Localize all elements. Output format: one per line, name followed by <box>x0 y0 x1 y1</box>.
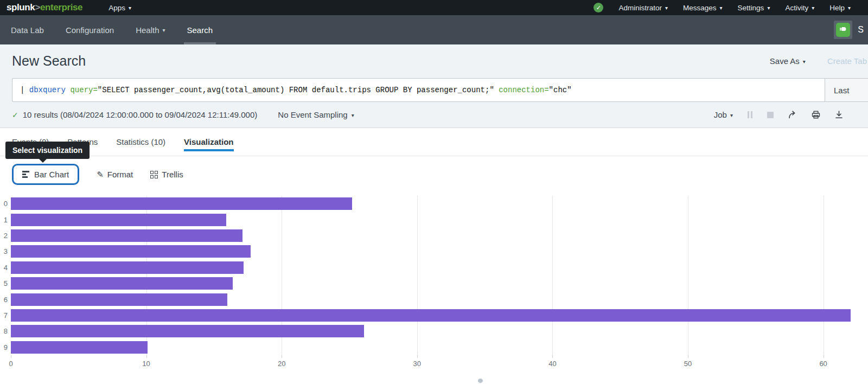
caret-down-icon: ▾ <box>730 113 733 118</box>
axis-tick <box>11 355 11 358</box>
tab-visualization[interactable]: Visualization <box>184 128 233 156</box>
pencil-icon: ✎ <box>97 170 104 180</box>
time-range-picker[interactable]: Last <box>825 79 868 101</box>
bar-row: 8 <box>11 323 868 339</box>
messages-menu[interactable]: Messages ▾ <box>683 4 723 12</box>
y-tick-label: 5 <box>0 279 8 287</box>
topbar-right-menus: ✓ Administrator ▾ Messages ▾ Settings ▾ … <box>593 3 851 12</box>
y-tick-label: 7 <box>0 311 8 319</box>
event-sampling-label: No Event Sampling <box>278 110 347 119</box>
bar[interactable] <box>11 341 148 354</box>
result-tabs: Events (0) Patterns Statistics (10) Visu… <box>0 128 868 156</box>
caret-down-icon: ▾ <box>803 59 806 65</box>
db-connect-plug-icon <box>836 23 850 37</box>
top-bar: splunk>enterprise Apps ▾ ✓ Administrator… <box>0 0 868 15</box>
format-button[interactable]: ✎ Format <box>97 170 133 180</box>
apps-menu[interactable]: Apps ▾ <box>108 4 131 12</box>
format-label: Format <box>107 170 133 179</box>
bar[interactable] <box>11 214 226 226</box>
check-icon: ✓ <box>596 4 601 11</box>
bar[interactable] <box>11 293 227 306</box>
app-icon-box[interactable] <box>834 21 852 39</box>
query-space <box>66 86 70 94</box>
apps-menu-label: Apps <box>108 4 125 12</box>
y-tick-label: 0 <box>0 200 8 208</box>
chart-type-picker-button[interactable]: Bar Chart <box>12 164 79 185</box>
nav-item-data-lab[interactable]: Data Lab <box>11 15 44 44</box>
x-tick-label: 20 <box>278 360 285 368</box>
page-title: New Search <box>12 53 86 69</box>
job-menu[interactable]: Job ▾ <box>714 110 733 119</box>
bar[interactable] <box>11 197 352 210</box>
search-bar: | dbxquery query="SELECT passenger_count… <box>12 78 868 102</box>
chart-type-label: Bar Chart <box>34 170 69 179</box>
y-tick-label: 2 <box>0 232 8 240</box>
y-tick-label: 9 <box>0 343 8 351</box>
scroll-indicator-dot[interactable] <box>478 379 483 383</box>
time-range-label-clipped: Last <box>834 86 849 95</box>
query-space <box>494 86 499 94</box>
trellis-button[interactable]: Trellis <box>150 170 183 179</box>
axis-tick <box>688 355 688 358</box>
bar[interactable] <box>11 325 364 337</box>
health-status-check-icon[interactable]: ✓ <box>593 3 603 12</box>
caret-down-icon: ▾ <box>812 5 814 11</box>
export-icon[interactable] <box>835 111 843 119</box>
administrator-menu[interactable]: Administrator ▾ <box>618 4 668 12</box>
y-tick-label: 8 <box>0 327 8 335</box>
bar[interactable] <box>11 309 851 322</box>
query-param-name: connection= <box>499 86 548 94</box>
save-as-button[interactable]: Save As ▾ <box>770 56 806 66</box>
results-bar: ✓ 10 results (08/04/2024 12:00:00.000 to… <box>0 102 868 127</box>
nav-item-health[interactable]: Health ▾ <box>136 15 165 44</box>
settings-menu-label: Settings <box>738 4 764 12</box>
caret-down-icon: ▾ <box>162 28 165 33</box>
x-tick-label: 30 <box>413 360 421 368</box>
tab-statistics[interactable]: Statistics (10) <box>116 128 165 156</box>
nav-item-search[interactable]: Search <box>187 15 213 44</box>
activity-menu[interactable]: Activity ▾ <box>785 4 814 12</box>
caret-down-icon: ▾ <box>665 5 668 11</box>
bar[interactable] <box>11 229 242 242</box>
chart-plot: 0123456789 <box>11 196 868 355</box>
query-param-value: "chc" <box>549 86 572 94</box>
chart-xaxis: 0102030405060 <box>11 359 868 372</box>
tab-label: Statistics (10) <box>116 137 165 146</box>
nav-item-label: Data Lab <box>11 25 44 35</box>
query-pipe: | <box>20 86 29 94</box>
nav-item-configuration[interactable]: Configuration <box>66 15 114 44</box>
x-tick-label: 40 <box>548 360 556 368</box>
x-tick-label: 60 <box>819 360 827 368</box>
job-controls: Job ▾ <box>714 110 843 119</box>
search-header-band: New Search Save As ▾ Create Tab | dbxque… <box>0 44 868 128</box>
save-as-label: Save As <box>770 56 800 66</box>
administrator-menu-label: Administrator <box>618 4 662 12</box>
axis-tick <box>824 355 824 358</box>
logo-splunk-text: splunk <box>7 2 35 12</box>
print-icon[interactable] <box>812 111 820 119</box>
y-tick-label: 4 <box>0 264 8 272</box>
x-tick-label: 50 <box>684 360 692 368</box>
nav-item-label: Search <box>187 25 213 35</box>
bar-chart: 0123456789 0102030405060 <box>0 196 868 372</box>
trellis-label: Trellis <box>162 170 183 179</box>
bar-row: 4 <box>11 260 868 276</box>
search-query-input[interactable]: | dbxquery query="SELECT passenger_count… <box>12 79 825 101</box>
share-job-icon[interactable] <box>788 111 797 119</box>
bar-row: 7 <box>11 308 868 323</box>
visualization-controls: Bar Chart ✎ Format Trellis <box>0 156 868 186</box>
settings-menu[interactable]: Settings ▾ <box>738 4 770 12</box>
bar-row: 5 <box>11 276 868 291</box>
axis-tick <box>552 355 553 358</box>
create-table-view-button[interactable]: Create Tab <box>827 56 867 66</box>
query-param-value: "SELECT passenger_count,avg(total_amount… <box>98 86 494 94</box>
bar-row: 6 <box>11 291 868 307</box>
bar-chart-icon <box>22 171 29 178</box>
caret-down-icon: ▾ <box>720 5 723 11</box>
bar[interactable] <box>11 245 251 258</box>
caret-down-icon: ▾ <box>352 113 354 118</box>
event-sampling-menu[interactable]: No Event Sampling ▾ <box>278 110 354 119</box>
bar[interactable] <box>11 261 244 274</box>
bar[interactable] <box>11 277 233 290</box>
help-menu[interactable]: Help ▾ <box>829 4 851 12</box>
